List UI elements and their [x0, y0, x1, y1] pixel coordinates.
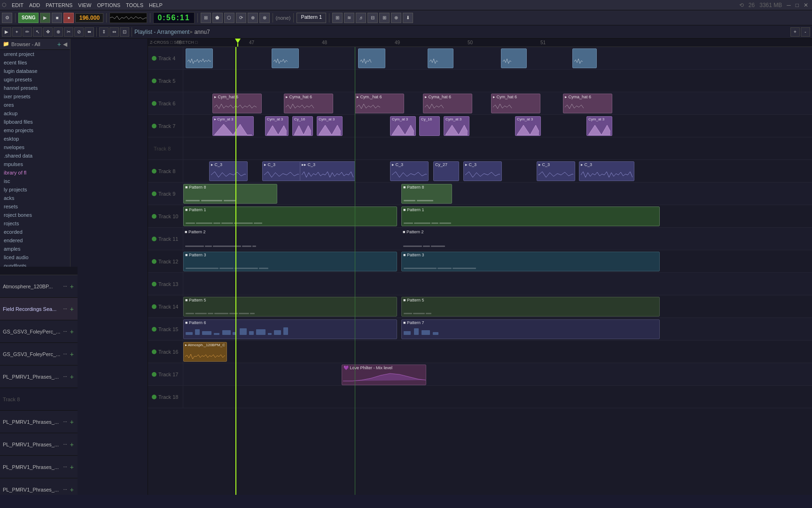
playlist-select-btn[interactable]: ↖ — [33, 27, 42, 37]
playlist-zoom-btn[interactable]: ⊕ — [54, 27, 63, 37]
browser-item-backup[interactable]: ackup — [0, 109, 70, 118]
clip-t7-7[interactable]: Cym_at 3 — [444, 116, 469, 136]
mixer-btn[interactable]: ⊞ — [332, 13, 343, 23]
clip-t7-3[interactable]: Cy_16 — [292, 116, 313, 136]
clip-t12-2[interactable]: ■ Pattern 2 — [401, 229, 660, 249]
settings-btn[interactable]: ⚙ — [2, 13, 12, 23]
playlist-cut-btn[interactable]: ✂ — [64, 27, 73, 37]
clip-t11-1[interactable]: ■ Pattern 1 — [183, 206, 397, 226]
clip-t6-6[interactable]: ▸ Cyma_hat 6 — [563, 94, 612, 113]
browser-item-plugin-database[interactable]: lugin database — [0, 67, 70, 75]
browser-item-cores[interactable]: ores — [0, 101, 70, 109]
playlist-collapse-btn[interactable]: ⇔ — [109, 27, 119, 37]
clip-t13-1[interactable]: ■ Pattern 3 — [183, 252, 397, 271]
clip-t9-8[interactable]: ▸ C_3 — [579, 161, 634, 181]
track-label-foley2[interactable]: GS_GSV3_FoleyPerc_... ··· + — [0, 343, 78, 365]
track-label-track8[interactable]: Track 8 — [0, 388, 78, 411]
track-label-phrases4[interactable]: PL_PMRV1_Phrases_... ··· + — [0, 456, 78, 478]
clip-t7-2[interactable]: Cym_at 3 — [265, 116, 289, 136]
playlist-move-btn[interactable]: ✥ — [43, 27, 53, 37]
bpm-display[interactable]: 196.000 — [75, 13, 103, 23]
browser-item-sliced-audio[interactable]: liced audio — [0, 253, 70, 262]
close-btn[interactable]: ✕ — [802, 2, 810, 8]
browser-collapse-btn[interactable]: ◀ — [63, 41, 67, 48]
browser-item-envelopes[interactable]: nvelopes — [0, 143, 70, 151]
browser-item-rendered[interactable]: endered — [0, 236, 70, 245]
menu-view[interactable]: VIEW — [76, 1, 94, 9]
playhead-marker[interactable] — [235, 39, 241, 47]
clip-t15-1[interactable]: ■ Pattern 5 — [183, 297, 397, 317]
track-content-4[interactable] — [183, 47, 812, 69]
track-add-btn-1[interactable]: + — [69, 305, 75, 313]
clip-t9-1[interactable]: ▸ C_3 — [209, 161, 248, 181]
track-menu-btn-4[interactable]: ··· — [63, 374, 67, 379]
clip-t17-1[interactable]: ▸ Atmosph._120BPM_C — [183, 342, 227, 362]
browser-item-plugin-presets[interactable]: ugin presets — [0, 75, 70, 84]
browser-item-channel-presets[interactable]: hannel presets — [0, 84, 70, 92]
browser-item-desktop[interactable]: esktop — [0, 135, 70, 143]
clip-t16-1[interactable]: ■ Pattern 6 — [183, 319, 397, 339]
clip-t10-2[interactable]: ■ Pattern 8 — [401, 184, 452, 204]
track-menu-btn-6[interactable]: ··· — [63, 442, 67, 447]
track-content-9[interactable]: ▸ C_3 ▸ C_3 ▸▸ C_3 ▸ C_3 — [183, 160, 812, 182]
browser-item-recorded[interactable]: ecorded — [0, 228, 70, 236]
system-icon-2[interactable]: 26 — [747, 2, 757, 8]
piano-btn[interactable]: ♬ — [356, 13, 366, 23]
browser-item-library-fl[interactable]: ibrary of fl — [0, 168, 70, 177]
clip-t9-6[interactable]: ▸ C_3 — [463, 161, 502, 181]
browser-item-soundfonts[interactable]: oundfonts — [0, 262, 70, 267]
browser-item-clipboard-files[interactable]: lipboard files — [0, 118, 70, 126]
track-menu-btn-1[interactable]: ··· — [63, 306, 67, 311]
playlist-zoom-out-btn[interactable]: - — [801, 27, 810, 37]
snap-btn[interactable]: ⊞ — [201, 13, 211, 23]
track-content-15[interactable]: ■ Pattern 5 ■ Pattern 5 — [183, 295, 812, 318]
plugin-btn[interactable]: ⊕ — [391, 13, 401, 23]
clip-t7-9[interactable]: Cym_at 3 — [586, 116, 612, 136]
clip-t9-3[interactable]: ▸▸ C_3 — [300, 161, 355, 181]
clip-t6-5[interactable]: ▸ Cym_hat 6 — [491, 94, 540, 113]
playlist-pencil-btn[interactable]: ✏ — [23, 27, 32, 37]
tool-btn5[interactable]: ⊗ — [259, 13, 270, 23]
playlist-play-btn[interactable]: ▶ — [2, 27, 11, 37]
browser-item-misc[interactable]: isc — [0, 177, 70, 185]
track-content-13[interactable]: ■ Pattern 3 ■ Pattern 3 — [183, 250, 812, 272]
playlist-zoom-in-btn[interactable]: + — [790, 27, 800, 37]
browser-item-demo-projects[interactable]: emo projects — [0, 126, 70, 135]
track-content-12[interactable]: ■ Pattern 2 ■ Pattern 2 — [183, 228, 812, 250]
clip-t4-6[interactable] — [572, 48, 597, 68]
track-add-btn-0[interactable]: + — [69, 283, 75, 290]
playlist-headphones-btn[interactable]: ⌖ — [12, 27, 22, 37]
tool-btn3[interactable]: ⟳ — [236, 13, 246, 23]
track-label-phrases3[interactable]: PL_PMRV1_Phrases_... ··· + — [0, 433, 78, 456]
track-content-11[interactable]: ■ Pattern 1 ■ Pattern 1 — [183, 205, 812, 227]
menu-help[interactable]: HELP — [147, 1, 165, 9]
track-content-14[interactable] — [183, 273, 812, 295]
song-mode-btn[interactable]: SONG — [18, 13, 39, 23]
playlist-slip-btn[interactable]: ⬌ — [85, 27, 94, 37]
track-label-phrases1[interactable]: PL_PMRV1_Phrases_... ··· + — [0, 365, 78, 388]
browser-item-recent-files[interactable]: ecent files — [0, 58, 70, 67]
clip-t4-2[interactable] — [272, 48, 299, 68]
track-content-16[interactable]: ■ Pattern 6 — [183, 318, 812, 340]
tracks-container[interactable]: Track 4 — [148, 47, 812, 495]
track-label-phrases2[interactable]: PL_PMRV1_Phrases_... ··· + — [0, 411, 78, 433]
playlist-expand-btn[interactable]: ⇕ — [99, 27, 109, 37]
system-icon-3[interactable]: 3361 MB — [757, 2, 784, 8]
track-content-7[interactable]: ▸ Cym_at 3 Cym_at 3 Cy_16 Cym_at 3 — [183, 115, 812, 137]
track-add-btn-7[interactable]: + — [69, 463, 75, 471]
clip-t7-4[interactable]: Cym_at 3 — [317, 116, 343, 136]
track-menu-btn-3[interactable]: ··· — [63, 351, 67, 357]
track-content-17[interactable]: ▸ Atmosph._120BPM_C — [183, 341, 812, 363]
track-menu-btn-5[interactable]: ··· — [63, 419, 67, 424]
clip-t7-1[interactable]: ▸ Cym_at 3 — [212, 116, 254, 136]
clip-t15-2[interactable]: ■ Pattern 5 — [401, 297, 660, 317]
menu-options[interactable]: OPTIONS — [94, 1, 123, 9]
track-add-btn-3[interactable]: + — [69, 350, 75, 358]
eq-btn[interactable]: ≋ — [344, 13, 354, 23]
track-label-field[interactable]: Field Recordings Sea... ··· + — [0, 298, 78, 320]
step-btn[interactable]: ⊟ — [367, 13, 378, 23]
track-content-5[interactable] — [183, 70, 812, 92]
playlist-prop-btn[interactable]: ⊡ — [120, 27, 129, 37]
clip-t6-4[interactable]: ▸ Cyma_hat 6 — [423, 94, 472, 113]
browser-item-my-projects[interactable]: ly projects — [0, 185, 70, 194]
